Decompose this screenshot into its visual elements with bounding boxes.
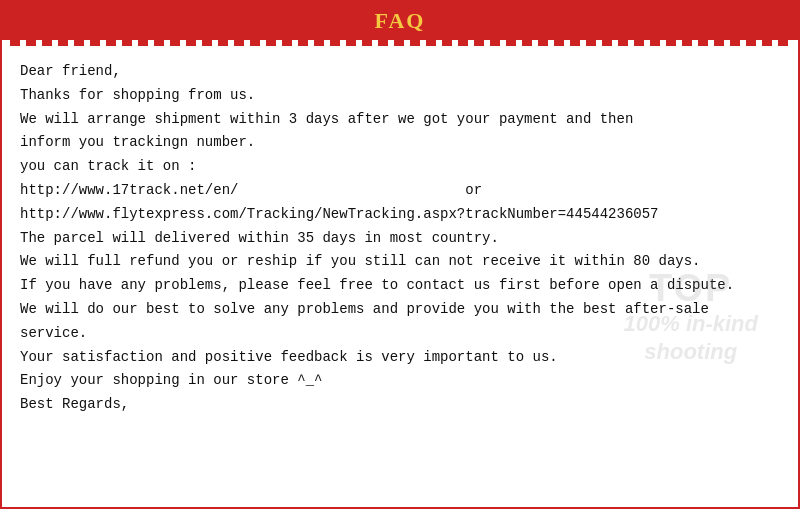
page-container: FAQ TOP 100% in-kind shooting Dear frien… [0, 0, 800, 509]
content-area: TOP 100% in-kind shooting Dear friend, T… [2, 46, 798, 427]
line-12: service. [20, 322, 780, 346]
faq-title: FAQ [375, 8, 426, 33]
track-url-1: http://www.17track.net/en/ [20, 182, 238, 198]
line-13: Your satisfaction and positive feedback … [20, 346, 780, 370]
line-10: If you have any problems, please feel fr… [20, 274, 780, 298]
line-6: http://www.17track.net/en/ or [20, 179, 780, 203]
line-3: We will arrange shipment within 3 days a… [20, 108, 780, 132]
line-15: Best Regards, [20, 393, 780, 417]
line-1: Dear friend, [20, 60, 780, 84]
line-2: Thanks for shopping from us. [20, 84, 780, 108]
line-14: Enjoy your shopping in our store ^_^ [20, 369, 780, 393]
line-11: We will do our best to solve any problem… [20, 298, 780, 322]
header: FAQ [2, 2, 798, 40]
line-9: We will full refund you or reship if you… [20, 250, 780, 274]
line-5: you can track it on : [20, 155, 780, 179]
line-4: inform you trackingn number. [20, 131, 780, 155]
line-7: http://www.flytexpress.com/Tracking/NewT… [20, 203, 780, 227]
line-8: The parcel will delivered within 35 days… [20, 227, 780, 251]
or-label: or [465, 182, 482, 198]
